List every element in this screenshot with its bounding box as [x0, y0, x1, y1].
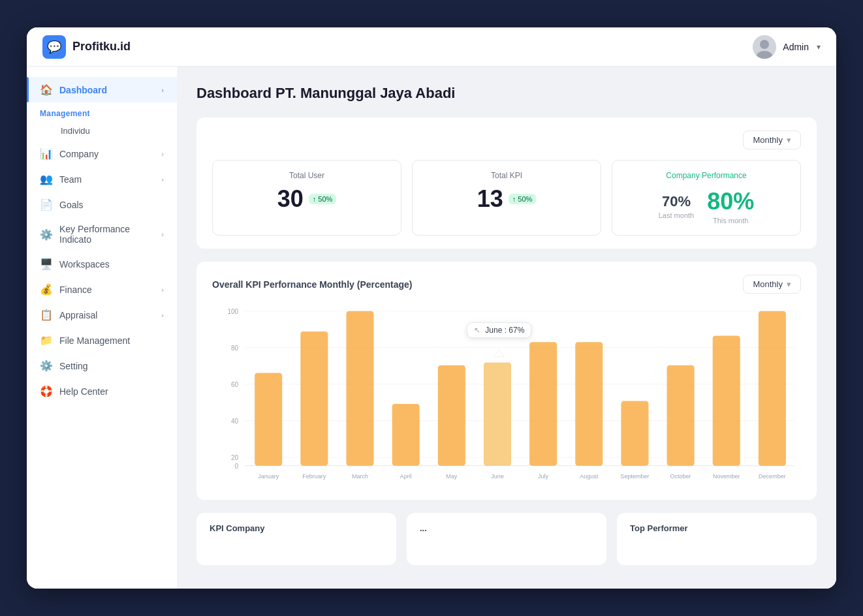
app-window: 💬 Profitku.id Admin ▾ 🏠 Dashboard ›	[27, 27, 836, 589]
kpi-company-card: KPI Company	[196, 513, 396, 565]
stats-card: Monthly ▾ Total User 30 ↑ 50%	[196, 117, 817, 249]
svg-marker-39	[494, 350, 504, 357]
logo-icon: 💬	[42, 35, 66, 59]
bottom-row: KPI Company ... Top Performer	[196, 513, 817, 565]
main-layout: 🏠 Dashboard › Management Individu 📊 Comp…	[27, 67, 836, 589]
company-icon: 📊	[40, 147, 53, 160]
sidebar-item-setting[interactable]: ⚙️ Setting	[27, 353, 177, 378]
total-kpi-badge: ↑ 50%	[509, 194, 537, 204]
logo-text: Profitku.id	[72, 40, 131, 54]
svg-text:20: 20	[231, 454, 238, 461]
sidebar-item-finance[interactable]: 💰 Finance ›	[27, 277, 177, 302]
svg-rect-21	[392, 404, 420, 466]
stats-dropdown-label: Monthly	[753, 135, 783, 145]
svg-text:July: July	[538, 473, 548, 480]
svg-rect-31	[621, 401, 648, 466]
home-icon: 🏠	[40, 84, 53, 96]
stats-monthly-dropdown[interactable]: Monthly ▾	[743, 131, 801, 149]
setting-icon: ⚙️	[40, 360, 53, 372]
individu-label: Individu	[61, 126, 90, 136]
svg-text:January: January	[258, 473, 279, 480]
sidebar-label: Help Center	[59, 386, 164, 397]
kpi-company-title: KPI Company	[210, 523, 383, 533]
top-performer-card: Top Performer	[617, 513, 817, 565]
chevron-right-icon: ›	[161, 176, 164, 183]
total-user-label: Total User	[226, 171, 388, 180]
sidebar-item-workspaces[interactable]: 🖥️ Workspaces	[27, 251, 177, 277]
chevron-down-icon: ▾	[787, 279, 791, 289]
chevron-right-icon: ›	[161, 311, 164, 319]
content-area: Dashboard PT. Manunggal Jaya Abadi Month…	[177, 67, 836, 589]
svg-text:February: February	[302, 473, 326, 480]
perf-last-month: 70% Last month	[659, 193, 694, 219]
svg-text:May: May	[446, 473, 457, 480]
total-user-box: Total User 30 ↑ 50%	[212, 160, 401, 236]
sidebar-item-kpi[interactable]: ⚙️ Key Performance Indicato ›	[27, 217, 177, 251]
svg-text:June: June	[491, 473, 504, 480]
chart-monthly-dropdown[interactable]: Monthly ▾	[743, 275, 801, 294]
sidebar-label: Team	[59, 174, 155, 185]
chevron-right-icon: ›	[161, 86, 164, 94]
chevron-down-icon: ▾	[787, 135, 791, 145]
svg-rect-37	[759, 311, 786, 466]
total-kpi-box: Total KPI 13 ↑ 50%	[412, 160, 601, 236]
svg-rect-15	[255, 373, 282, 466]
sidebar-label: Goals	[59, 200, 164, 210]
sidebar-item-dashboard[interactable]: 🏠 Dashboard ›	[27, 77, 177, 102]
help-center-icon: 🛟	[40, 385, 53, 397]
chart-title: Overall KPI Perfornance Monthly (Percent…	[212, 279, 413, 290]
svg-text:80: 80	[231, 345, 238, 352]
kpi-all-card: ...	[407, 513, 606, 565]
team-icon: 👥	[40, 173, 53, 185]
sidebar-item-individu[interactable]: Individu	[27, 121, 177, 141]
svg-text:September: September	[620, 473, 649, 480]
total-user-badge: ↑ 50%	[309, 194, 337, 204]
chevron-right-icon: ›	[161, 286, 164, 294]
svg-text:0: 0	[235, 463, 239, 470]
company-performance-label: Company Performance	[625, 171, 787, 180]
workspaces-icon: 🖥️	[40, 258, 53, 270]
svg-text:April: April	[400, 473, 412, 480]
svg-text:100: 100	[227, 308, 238, 315]
sidebar-item-help-center[interactable]: 🛟 Help Center	[27, 378, 177, 404]
sidebar: 🏠 Dashboard › Management Individu 📊 Comp…	[27, 67, 177, 589]
svg-text:60: 60	[231, 381, 238, 388]
user-menu[interactable]: Admin ▾	[753, 35, 821, 59]
chart-dropdown-label: Monthly	[753, 279, 783, 289]
sidebar-label: Key Performance Indicato	[59, 224, 155, 245]
logo-area: 💬 Profitku.id	[42, 35, 131, 59]
avatar	[753, 35, 776, 59]
chart-card: Overall KPI Perfornance Monthly (Percent…	[196, 262, 817, 500]
user-name-label: Admin	[783, 42, 809, 52]
kpi-all-title: ...	[420, 523, 593, 533]
sidebar-label: Dashboard	[59, 85, 155, 95]
sidebar-label: File Management	[59, 335, 164, 346]
sidebar-label: Appraisal	[59, 310, 155, 320]
appraisal-icon: 📋	[40, 309, 53, 321]
chart-header: Overall KPI Perfornance Monthly (Percent…	[212, 275, 801, 294]
sidebar-item-file-management[interactable]: 📁 File Management	[27, 328, 177, 353]
page-title: Dashboard PT. Manunggal Jaya Abadi	[196, 85, 817, 102]
sidebar-item-goals[interactable]: 📄 Goals	[27, 192, 177, 217]
total-user-value: 30 ↑ 50%	[226, 185, 388, 213]
svg-rect-25	[484, 362, 511, 465]
svg-text:August: August	[580, 473, 598, 480]
file-management-icon: 📁	[40, 334, 53, 346]
sidebar-label: Workspaces	[59, 259, 164, 270]
total-kpi-label: Total KPI	[426, 171, 588, 180]
svg-text:October: October	[670, 473, 691, 480]
chevron-right-icon: ›	[161, 230, 164, 238]
company-performance-box: Company Performance 70% Last month 80% T…	[612, 160, 801, 236]
topbar: 💬 Profitku.id Admin ▾	[27, 27, 836, 67]
kpi-icon: ⚙️	[40, 228, 53, 241]
svg-rect-29	[575, 342, 603, 466]
sidebar-item-company[interactable]: 📊 Company ›	[27, 141, 177, 166]
performance-values: 70% Last month 80% This month	[625, 185, 787, 224]
svg-rect-19	[346, 311, 373, 466]
sidebar-item-appraisal[interactable]: 📋 Appraisal ›	[27, 302, 177, 328]
perf-this-month: 80% This month	[707, 188, 754, 224]
sidebar-label: Setting	[59, 361, 164, 371]
bar-chart: 100 80 60 40 20 0 January February	[212, 304, 801, 487]
svg-text:December: December	[759, 473, 786, 480]
sidebar-item-team[interactable]: 👥 Team ›	[27, 166, 177, 192]
